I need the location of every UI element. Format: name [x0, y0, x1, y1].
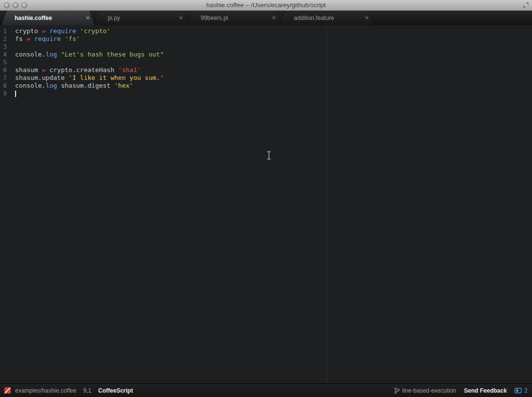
tab-close-icon[interactable]: × [270, 15, 277, 21]
badge-count[interactable]: 2 [524, 387, 528, 394]
line-number: 4 [0, 51, 7, 58]
code-text [7, 90, 16, 97]
line-number: 9 [0, 90, 7, 97]
tab-hashie-coffee[interactable]: hashie.coffee × [1, 11, 95, 25]
text-caret [15, 91, 16, 97]
wrap-guide-line [326, 25, 327, 383]
tab-close-icon[interactable]: × [84, 15, 91, 21]
code-text [7, 58, 15, 66]
line-number: 2 [0, 35, 7, 43]
status-bar: examples/hashie.coffee 9,1 CoffeeScript … [0, 383, 532, 397]
tab-label: 99beers.pl [201, 15, 228, 21]
window-title: hashie.coffee – /Users/ecarey/github/scr… [206, 1, 325, 9]
line-number: 8 [0, 82, 7, 90]
zoom-window-button[interactable] [21, 2, 27, 8]
code-text: shasum = crypto.createHash 'sha1' [7, 66, 141, 74]
code-text: console.log shasum.digest 'hex' [7, 82, 133, 90]
line-number: 5 [0, 58, 7, 66]
tab-pi-py[interactable]: pi.py × [95, 11, 188, 25]
grammar-name[interactable]: CoffeeScript [98, 387, 133, 394]
editor[interactable]: 1crypto = require 'crypto'2fs = require … [0, 25, 532, 383]
code-text: crypto = require 'crypto' [7, 27, 111, 35]
code-text: console.log "Let's hash these bugs out" [7, 51, 164, 58]
code-line[interactable]: 9 [0, 90, 532, 97]
line-number: 7 [0, 74, 7, 82]
badge-icon[interactable] [514, 388, 522, 394]
cursor-position[interactable]: 9,1 [83, 387, 92, 394]
code-text: fs = require 'fs' [7, 35, 80, 43]
editor-lines: 1crypto = require 'crypto'2fs = require … [0, 27, 532, 97]
code-line[interactable]: 2fs = require 'fs' [0, 35, 532, 43]
line-number: 6 [0, 66, 7, 74]
tab-addition-feature[interactable]: addition.feature × [281, 11, 374, 25]
tab-99beers-pl[interactable]: 99beers.pl × [188, 11, 281, 25]
tab-close-icon[interactable]: × [177, 15, 184, 21]
tab-label: hashie.coffee [15, 15, 52, 21]
code-line[interactable]: 3 [0, 43, 532, 51]
tab-label: pi.py [108, 15, 120, 21]
code-text [7, 43, 15, 51]
line-number: 3 [0, 43, 7, 51]
tab-label: addition.feature [294, 15, 334, 21]
file-path[interactable]: examples/hashie.coffee [15, 387, 76, 394]
code-text: shasum.update 'I like it when you sum.' [7, 74, 164, 82]
line-number: 1 [0, 27, 7, 35]
code-line[interactable]: 6shasum = crypto.createHash 'sha1' [0, 66, 532, 74]
code-line[interactable]: 4console.log "Let's hash these bugs out" [0, 51, 532, 58]
fullscreen-icon[interactable] [522, 1, 530, 9]
git-branch-icon [394, 387, 400, 394]
code-line[interactable]: 5 [0, 58, 532, 66]
branch-name[interactable]: line-based-execution [402, 387, 456, 394]
i-beam-cursor [266, 151, 272, 160]
window-controls [4, 2, 27, 8]
send-feedback-button[interactable]: Send Feedback [464, 387, 507, 394]
tab-close-icon[interactable]: × [363, 15, 370, 21]
code-line[interactable]: 7shasum.update 'I like it when you sum.' [0, 74, 532, 82]
code-line[interactable]: 8console.log shasum.digest 'hex' [0, 82, 532, 90]
close-window-button[interactable] [4, 2, 10, 8]
modified-indicator-icon[interactable] [4, 387, 11, 394]
minimize-window-button[interactable] [13, 2, 19, 8]
tab-bar: hashie.coffee × pi.py × 99beers.pl × add… [0, 11, 532, 25]
code-line[interactable]: 1crypto = require 'crypto' [0, 27, 532, 35]
title-bar: hashie.coffee – /Users/ecarey/github/scr… [0, 0, 532, 11]
